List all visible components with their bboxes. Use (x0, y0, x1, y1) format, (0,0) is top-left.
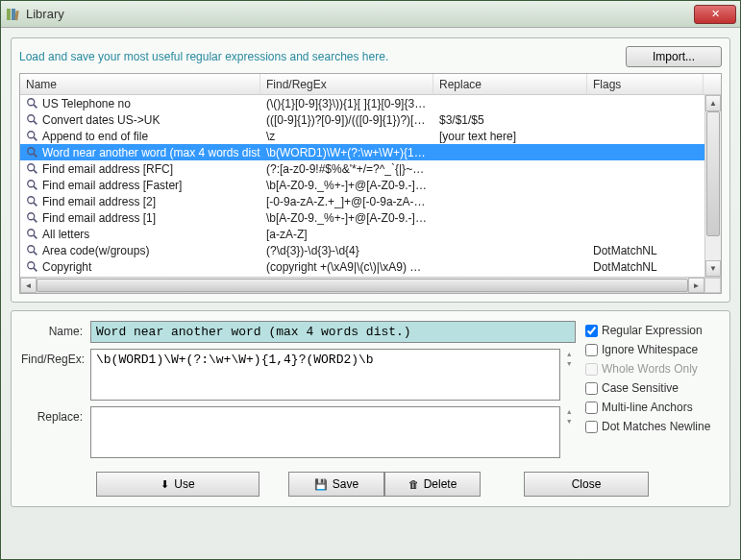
row-replace: $3/$1/$5 (433, 113, 587, 127)
magnifier-icon (26, 277, 39, 278)
find-label: Find/RegEx: (21, 349, 90, 366)
svg-point-3 (28, 98, 35, 105)
magnifier-icon (26, 211, 39, 225)
save-button[interactable]: 💾Save (288, 472, 384, 497)
svg-point-15 (28, 196, 35, 203)
magnifier-icon (26, 162, 39, 176)
table-row[interactable]: Find email address [Faster]\b[A-Z0-9._%+… (20, 177, 704, 193)
magnifier-icon (26, 228, 39, 241)
wholewords-checkbox[interactable] (585, 363, 598, 376)
table-row[interactable]: US Telephone no(\(){1}[0-9]{3}\)){1}[ ]{… (20, 95, 704, 111)
window-close-button[interactable]: ✕ (694, 5, 736, 24)
spin-down-icon[interactable]: ▼ (562, 416, 576, 426)
replace-spinner[interactable]: ▲▼ (562, 406, 576, 458)
use-button[interactable]: ⬇Use (96, 472, 259, 497)
row-name: Find email address [2] (42, 195, 156, 208)
find-spinner[interactable]: ▲▼ (562, 349, 576, 401)
magnifier-icon (26, 113, 39, 127)
hint-text: Load and save your most useful regular e… (19, 50, 626, 63)
table-row[interactable]: Word near another word (max 4 words dist… (20, 144, 704, 160)
row-find: (([0-9]{1})?[0-9])/(([0-9]{1})?)[0-9]... (260, 113, 433, 127)
scroll-right-icon[interactable]: ► (688, 278, 704, 293)
table-row[interactable]: All letters[a-zA-Z] (20, 226, 704, 242)
scroll-thumb[interactable] (706, 111, 720, 236)
close-button[interactable]: Close (524, 472, 649, 497)
hscroll-thumb[interactable] (37, 279, 688, 292)
close-icon: ✕ (711, 8, 720, 20)
table-row[interactable]: Copyright(copyright +(\xA9|\(c\)|\xA9) +… (20, 258, 704, 275)
scroll-up-icon[interactable]: ▲ (705, 95, 721, 111)
titlebar[interactable]: Library ✕ (1, 1, 740, 28)
library-table: Name Find/RegEx Replace Flags US Telepho… (19, 73, 722, 294)
row-flags: DotMatchNL (587, 277, 704, 278)
header-replace[interactable]: Replace (433, 74, 587, 94)
row-find: \z (260, 130, 433, 143)
regex-checkbox[interactable] (585, 325, 598, 337)
svg-point-7 (28, 131, 35, 137)
table-header: Name Find/RegEx Replace Flags (20, 74, 721, 95)
svg-line-18 (34, 218, 37, 222)
row-name: Find email address [RFC] (42, 162, 173, 176)
delete-button[interactable]: 🗑Delete (384, 472, 481, 497)
row-name: Word near another word (max 4 words dist… (42, 146, 260, 159)
save-icon: 💾 (314, 478, 328, 491)
svg-point-19 (28, 229, 35, 235)
header-flags[interactable]: Flags (587, 74, 704, 94)
window-title: Library (26, 7, 694, 21)
find-input[interactable] (90, 349, 560, 401)
case-label: Case Sensitive (602, 381, 679, 395)
row-name: Copyright (42, 260, 91, 274)
dotnl-checkbox[interactable] (585, 421, 598, 433)
multiline-label: Multi-line Anchors (602, 401, 693, 414)
spin-up-icon[interactable]: ▲ (562, 406, 576, 416)
ignorews-checkbox[interactable] (585, 344, 598, 356)
table-row[interactable]: Find email address [2][-0-9a-zA-Z.+_]+@[… (20, 193, 704, 209)
row-flags: DotMatchNL (587, 244, 704, 257)
row-name: All letters (42, 228, 89, 241)
multiline-checkbox[interactable] (585, 402, 598, 414)
magnifier-icon (26, 260, 39, 274)
row-find: (copyright +(\xA9|\(c\)|\xA9) +\... (260, 260, 433, 274)
wholewords-label: Whole Words Only (602, 362, 698, 376)
case-checkbox[interactable] (585, 382, 598, 395)
table-row[interactable]: Date xx/xx/yyyy\b\d{1,2}\/\d{1,2}\/\d{4}… (20, 275, 704, 277)
table-row[interactable]: Convert dates US->UK(([0-9]{1})?[0-9])/(… (20, 111, 704, 128)
use-label: Use (174, 477, 194, 491)
spin-down-icon[interactable]: ▼ (562, 358, 576, 368)
ignorews-label: Ignore Whitespace (602, 343, 698, 356)
header-find[interactable]: Find/RegEx (260, 74, 433, 94)
app-icon (5, 7, 20, 22)
table-row[interactable]: Append to end of file\z[your text here] (20, 128, 704, 144)
header-name[interactable]: Name (20, 74, 260, 94)
replace-label: Replace: (21, 406, 90, 424)
scroll-down-icon[interactable]: ▼ (705, 260, 721, 277)
svg-rect-1 (12, 9, 15, 20)
row-name: Date xx/xx/yyyy (42, 277, 122, 278)
options-group: Regular Expression Ignore Whitespace Who… (576, 321, 720, 464)
magnifier-icon (26, 179, 39, 192)
row-find: [a-zA-Z] (260, 228, 433, 241)
dotnl-label: Dot Matches Newline (602, 420, 710, 433)
spin-up-icon[interactable]: ▲ (562, 349, 576, 358)
scroll-left-icon[interactable]: ◄ (20, 278, 37, 293)
table-row[interactable]: Find email address [1]\b[A-Z0-9._%+-]+@[… (20, 209, 704, 226)
svg-point-17 (28, 212, 35, 219)
table-row[interactable]: Area code(w/groups)(?\d{3})-\d{3}-\d{4}D… (20, 242, 704, 258)
import-button[interactable]: Import... (626, 46, 722, 67)
row-find: (?:[a-z0-9!#$%&'*+/=?^_`{|}~-]+(... (260, 162, 433, 176)
row-find: \b[A-Z0-9._%+-]+@[A-Z0-9.-]+\.[... (260, 211, 433, 225)
magnifier-icon (26, 130, 39, 143)
svg-line-14 (34, 185, 37, 189)
name-input[interactable] (90, 321, 576, 343)
vertical-scrollbar[interactable]: ▲ ▼ (704, 95, 721, 277)
horizontal-scrollbar[interactable]: ◄ ► (20, 277, 721, 293)
row-name: US Telephone no (42, 97, 131, 110)
svg-rect-0 (7, 9, 11, 20)
svg-line-22 (34, 251, 37, 255)
scroll-corner (704, 278, 721, 293)
header-scroll-spacer (704, 74, 721, 94)
table-row[interactable]: Find email address [RFC](?:[a-z0-9!#$%&'… (20, 160, 704, 177)
svg-line-4 (34, 104, 37, 108)
close-label: Close (572, 477, 602, 491)
replace-input[interactable] (90, 406, 560, 458)
